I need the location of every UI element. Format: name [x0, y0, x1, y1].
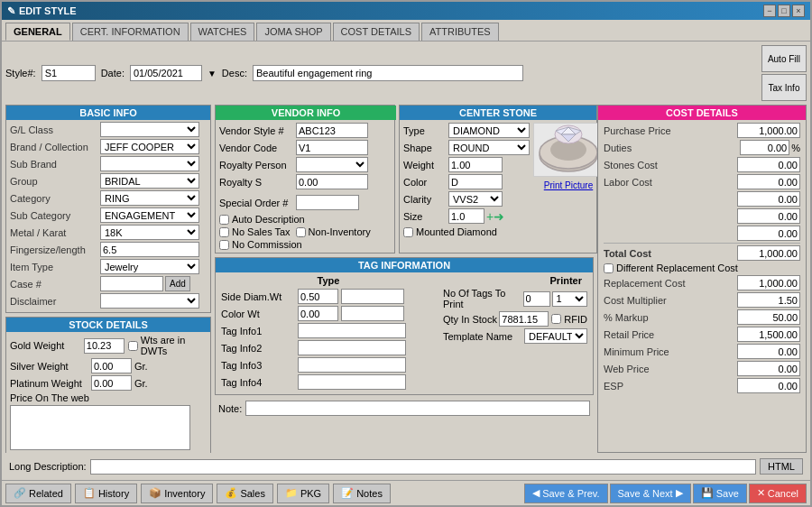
tab-general[interactable]: GENERAL — [5, 23, 70, 41]
silver-weight-input[interactable] — [91, 358, 132, 373]
sales-button[interactable]: 💰 Sales — [217, 484, 273, 503]
replacement-cost-input[interactable] — [737, 275, 800, 290]
side-diam-input[interactable] — [298, 289, 338, 304]
auto-description-label[interactable]: Auto Description — [219, 214, 391, 225]
total-cost-input[interactable] — [737, 245, 800, 261]
stones-cost-input[interactable] — [737, 157, 800, 172]
extra3-input[interactable] — [737, 226, 800, 241]
web-price-input[interactable] — [737, 361, 800, 376]
auto-description-checkbox[interactable] — [219, 215, 229, 225]
metal-karat-select[interactable]: 18K — [100, 225, 199, 240]
style-input[interactable] — [42, 65, 96, 81]
royalty-s-input[interactable] — [296, 174, 368, 189]
special-order-input[interactable] — [296, 195, 359, 210]
category-select[interactable]: RING — [100, 190, 199, 206]
cost-multiplier-input[interactable] — [737, 292, 800, 308]
color-wt-input2[interactable] — [341, 306, 404, 321]
diff-replace-checkbox[interactable] — [604, 263, 614, 273]
diff-replace-label[interactable]: Different Replacement Cost — [604, 263, 800, 273]
royalty-person-select[interactable] — [296, 157, 368, 172]
pct-markup-input[interactable] — [737, 309, 800, 325]
wts-in-dwts-checkbox[interactable] — [128, 341, 138, 351]
minimum-price-input[interactable] — [737, 344, 800, 359]
minimize-button[interactable]: − — [763, 5, 776, 17]
long-desc-input[interactable] — [90, 459, 756, 475]
stone-type-select[interactable]: DIAMOND — [448, 123, 530, 138]
notes-button[interactable]: 📝 Notes — [333, 484, 391, 503]
duties-input[interactable] — [740, 140, 789, 155]
rfid-label[interactable]: RFID — [551, 314, 587, 325]
side-diam-input2[interactable] — [341, 289, 404, 304]
add-case-button[interactable]: Add — [165, 276, 190, 291]
gold-weight-input[interactable] — [84, 338, 125, 354]
desc-input[interactable] — [253, 65, 523, 81]
save-prev-button[interactable]: ◀ Save & Prev. — [524, 484, 607, 503]
vendor-style-input[interactable] — [296, 123, 368, 138]
go-stone-icon[interactable]: ➜ — [494, 209, 504, 224]
mounted-diamond-label[interactable]: Mounted Diamond — [403, 226, 530, 237]
labor-cost-input[interactable] — [737, 174, 800, 189]
tab-joma-shop[interactable]: JOMA SHOP — [256, 23, 330, 41]
stone-weight-input[interactable] — [448, 157, 503, 172]
date-input[interactable] — [130, 65, 202, 81]
no-commission-checkbox[interactable] — [219, 240, 229, 250]
extra2-input[interactable] — [737, 208, 800, 224]
group-select[interactable]: BRIDAL — [100, 173, 199, 189]
wts-in-dwts-checkbox-label[interactable]: Wts are in DWTs — [128, 335, 207, 356]
sub-brand-select[interactable] — [100, 156, 199, 171]
extra1-input[interactable] — [737, 191, 800, 207]
history-button[interactable]: 📋 History — [75, 484, 137, 503]
stone-clarity-select[interactable]: VVS2 — [448, 191, 503, 207]
tab-watches[interactable]: WATCHES — [190, 23, 255, 41]
non-inventory-checkbox[interactable] — [296, 227, 306, 237]
pkg-button[interactable]: 📁 PKG — [277, 484, 329, 503]
printer-select[interactable]: 1 — [552, 291, 587, 307]
date-dropdown-icon[interactable]: ▼ — [208, 69, 217, 78]
gl-class-select[interactable] — [100, 122, 199, 137]
non-inventory-label[interactable]: Non-Inventory — [296, 226, 371, 237]
tag-info2-input[interactable] — [298, 340, 406, 355]
inventory-button[interactable]: 📦 Inventory — [141, 484, 213, 503]
tag-info3-input[interactable] — [298, 357, 406, 373]
retail-price-input[interactable] — [737, 327, 800, 342]
rfid-checkbox[interactable] — [551, 314, 561, 324]
template-name-select[interactable]: DEFAULT — [524, 328, 587, 344]
stone-color-input[interactable] — [448, 174, 503, 189]
sub-category-select[interactable]: ENGAGEMENT — [100, 207, 199, 223]
price-on-web-textarea[interactable] — [10, 405, 190, 450]
save-button[interactable]: 💾 Save — [693, 484, 747, 503]
tab-attributes[interactable]: ATTRIBUTES — [421, 23, 499, 41]
fingersize-input[interactable] — [100, 242, 199, 257]
no-commission-label[interactable]: No Commission — [219, 239, 391, 250]
stone-size-input[interactable] — [448, 208, 484, 224]
taxinfo-button[interactable]: Tax Info — [761, 74, 807, 101]
maximize-button[interactable]: □ — [778, 5, 790, 17]
tag-info4-input[interactable] — [298, 374, 406, 390]
no-sales-tax-checkbox[interactable] — [219, 227, 229, 237]
qty-stock-input[interactable] — [499, 311, 549, 327]
disclaimer-select[interactable] — [100, 293, 199, 309]
no-sales-tax-label[interactable]: No Sales Tax — [219, 226, 291, 237]
color-wt-input[interactable] — [298, 306, 338, 321]
case-num-input[interactable] — [100, 276, 163, 291]
platinum-weight-input[interactable] — [91, 375, 132, 391]
esp-input[interactable] — [737, 378, 800, 393]
no-tags-input[interactable] — [523, 291, 550, 307]
item-type-select[interactable]: Jewelry — [100, 259, 199, 274]
tag-info1-input[interactable] — [298, 323, 406, 338]
note-input[interactable] — [245, 401, 590, 416]
save-next-button[interactable]: Save & Next ▶ — [610, 484, 691, 503]
vendor-code-input[interactable] — [296, 140, 368, 155]
stone-shape-select[interactable]: ROUND — [448, 140, 530, 155]
cancel-button[interactable]: ✕ Cancel — [749, 484, 807, 503]
brand-collection-select[interactable]: JEFF COOPER — [100, 139, 199, 154]
add-stone-icon[interactable]: + — [486, 209, 494, 224]
html-button[interactable]: HTML — [760, 458, 803, 475]
autofill-button[interactable]: Auto Fill — [761, 45, 807, 72]
close-button[interactable]: × — [792, 5, 805, 17]
tab-cert-information[interactable]: CERT. INFORMATION — [72, 23, 189, 41]
mounted-diamond-checkbox[interactable] — [403, 227, 413, 237]
related-button[interactable]: 🔗 Related — [5, 484, 71, 503]
tab-cost-details[interactable]: COST DETAILS — [333, 23, 420, 41]
purchase-price-input[interactable] — [737, 123, 800, 138]
